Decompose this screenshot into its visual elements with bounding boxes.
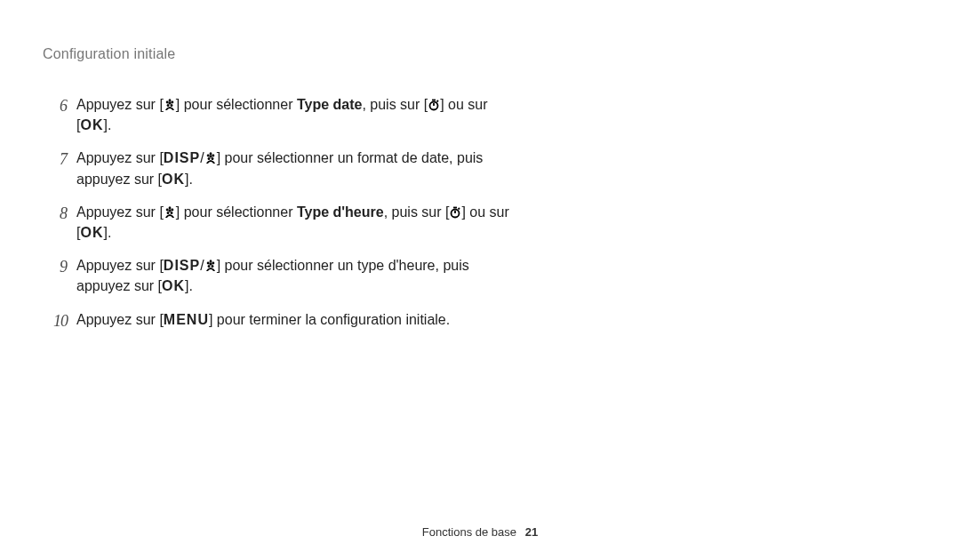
svg-point-17 <box>168 206 171 209</box>
svg-point-20 <box>166 212 169 214</box>
svg-line-9 <box>437 100 439 102</box>
step-number: 8 <box>43 202 76 243</box>
svg-point-5 <box>170 104 172 107</box>
step-number: 10 <box>43 309 76 332</box>
step-text: Appuyez sur [DISP/] pour sélectionner un… <box>76 148 516 188</box>
macro-flower-icon <box>204 260 217 272</box>
macro-flower-icon <box>164 99 176 111</box>
bold-type-heure: Type d'heure <box>297 204 384 220</box>
step-7: 7 Appuyez sur [DISP/] pour sélectionner … <box>43 148 516 188</box>
svg-point-26 <box>209 263 212 266</box>
svg-point-21 <box>170 212 172 214</box>
svg-line-25 <box>459 208 460 210</box>
disp-label: DISP <box>164 150 200 165</box>
step-text: Appuyez sur [] pour sélectionner Type d'… <box>76 202 516 243</box>
footer-section: Fonctions de base <box>422 525 516 539</box>
disp-label: DISP <box>164 258 200 273</box>
footer-page-number: 21 <box>525 525 538 539</box>
svg-point-13 <box>212 155 214 157</box>
timer-icon <box>428 99 440 111</box>
svg-point-18 <box>166 208 169 211</box>
step-8: 8 Appuyez sur [] pour sélectionner Type … <box>43 202 516 243</box>
step-number: 6 <box>43 94 76 135</box>
svg-point-1 <box>168 99 171 101</box>
ok-label: OK <box>162 172 185 187</box>
step-text: Appuyez sur [MENU] pour terminer la conf… <box>76 309 516 332</box>
svg-point-31 <box>211 265 213 268</box>
svg-point-16 <box>168 209 171 212</box>
svg-point-11 <box>209 153 212 156</box>
macro-flower-icon <box>164 206 176 219</box>
step-6: 6 Appuyez sur [] pour sélectionner Type … <box>43 94 516 135</box>
step-10: 10 Appuyez sur [MENU] pour terminer la c… <box>43 309 516 332</box>
svg-point-27 <box>209 260 212 262</box>
menu-label: MENU <box>164 312 209 327</box>
svg-point-29 <box>212 262 214 265</box>
svg-point-4 <box>166 104 169 107</box>
bold-type-date: Type date <box>297 97 363 112</box>
svg-point-28 <box>206 262 209 265</box>
step-text: Appuyez sur [DISP/] pour sélectionner un… <box>76 255 516 296</box>
svg-point-10 <box>209 156 212 158</box>
ok-label: OK <box>162 278 185 293</box>
svg-point-14 <box>207 157 210 160</box>
svg-point-15 <box>211 157 213 160</box>
step-9: 9 Appuyez sur [DISP/] pour sélectionner … <box>43 255 516 296</box>
svg-point-30 <box>207 265 210 268</box>
step-number: 9 <box>43 255 76 296</box>
page-footer: Fonctions de base 21 <box>0 525 960 539</box>
timer-icon <box>449 206 461 219</box>
macro-flower-icon <box>204 152 217 164</box>
step-number: 7 <box>43 148 76 188</box>
svg-point-3 <box>171 101 173 104</box>
svg-point-12 <box>206 155 209 157</box>
page-header: Configuration initiale <box>43 46 516 62</box>
ok-label: OK <box>80 117 103 132</box>
svg-point-0 <box>168 101 171 104</box>
step-text: Appuyez sur [] pour sélectionner Type da… <box>76 94 516 135</box>
ok-label: OK <box>80 225 103 240</box>
svg-point-2 <box>166 101 169 104</box>
svg-point-19 <box>171 208 173 211</box>
page-content: Configuration initiale 6 Appuyez sur [] … <box>0 0 569 332</box>
